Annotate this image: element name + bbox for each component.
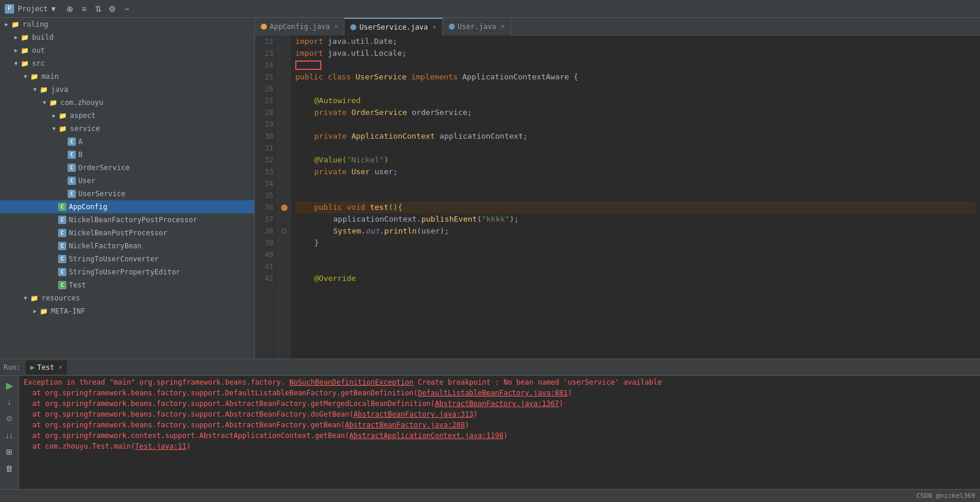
- kw-public-36: public: [314, 202, 347, 213]
- sidebar-item-aspect[interactable]: ▶ 📁 aspect: [0, 109, 254, 122]
- code-line-34: [295, 178, 975, 190]
- sidebar-item-OrderService[interactable]: C OrderService: [0, 161, 254, 174]
- cls-User: User: [352, 166, 375, 178]
- sidebar-item-NickelBeanFactoryPostProcessor[interactable]: C NickelBeanFactoryPostProcessor: [0, 213, 254, 226]
- sidebar-item-StringToUserConverter[interactable]: C StringToUserConverter: [0, 252, 254, 266]
- test-tab-close[interactable]: ×: [59, 363, 63, 371]
- code-line-24: [295, 59, 975, 71]
- folder-icon-service: 📁: [58, 124, 68, 133]
- label-java: java: [51, 85, 68, 94]
- add-btn[interactable]: ⊕: [64, 3, 76, 15]
- link-4[interactable]: AbstractBeanFactory.java:313: [353, 410, 473, 418]
- run-icon: ▶: [30, 363, 35, 372]
- code-line-31: [295, 142, 975, 154]
- arrow-OrderService: [59, 164, 68, 172]
- at-text-2: at org.springframework.beans.factory.sup…: [24, 389, 418, 397]
- sidebar-item-StringToUserPropertyEditor[interactable]: C StringToUserPropertyEditor: [0, 266, 254, 279]
- label-resources: resources: [42, 294, 80, 302]
- code-editor[interactable]: 22 23 24 25 26 27 28 29 30 31 32 33 34 3…: [255, 36, 980, 359]
- clear-btn[interactable]: 🗑: [2, 461, 17, 475]
- csdn-label: CSDN @nickel369: [917, 492, 975, 500]
- link-6[interactable]: AbstractApplicationContext.java:1198: [349, 431, 503, 440]
- test-parens: (){: [388, 202, 402, 213]
- at-close-6: ): [503, 431, 507, 440]
- kw-class-25: class: [328, 71, 356, 83]
- label-com-zhouyu: com.zhouyu: [60, 98, 103, 107]
- line-num-39: 39: [260, 237, 273, 249]
- bottom-tab-test[interactable]: ▶ Test ×: [25, 360, 67, 375]
- folder-icon-com-zhouyu: 📁: [49, 98, 58, 107]
- code-line-36: public void test(){: [295, 202, 975, 213]
- filter-btn[interactable]: ⊞: [2, 445, 17, 459]
- stop-btn[interactable]: ⚙: [2, 411, 17, 426]
- close-btn[interactable]: −: [121, 3, 133, 15]
- bottom-panel: Run: ▶ Test × ▶ ↓ ⚙ ↓↓ ⊞ 🗑 Exception in …: [0, 359, 980, 489]
- sidebar-item-build[interactable]: ▶ 📁 build: [0, 31, 254, 44]
- arrow-AppConfig: [50, 203, 58, 211]
- tab-close-AppConfig[interactable]: ×: [334, 23, 338, 30]
- sidebar-item-src[interactable]: ▼ 📁 src: [0, 57, 254, 70]
- at-text-4: at org.springframework.beans.factory.sup…: [24, 410, 353, 418]
- sidebar-item-NickelFactoryBean[interactable]: C NickelFactoryBean: [0, 239, 254, 252]
- sidebar-item-META-INF[interactable]: ▶ 📁 META-INF: [0, 305, 254, 318]
- sidebar-item-AppConfig[interactable]: C AppConfig: [0, 200, 254, 213]
- folder-icon-META-INF: 📁: [39, 306, 49, 316]
- link-3[interactable]: AbstractBeanFactory.java:1367: [435, 399, 560, 408]
- editor-area: AppConfig.java × UserService.java × User…: [255, 18, 980, 359]
- kw-private-33: private: [314, 166, 352, 178]
- project-label: Project: [18, 5, 48, 13]
- code-line-32: @Value("Nickel"): [295, 154, 975, 166]
- gutter-38: ⬡: [279, 225, 290, 237]
- link-7[interactable]: Test.java:11: [135, 442, 187, 450]
- static-out: out: [366, 225, 379, 237]
- sidebar-item-B[interactable]: C B: [0, 148, 254, 161]
- tab-UserService[interactable]: UserService.java ×: [344, 18, 443, 36]
- settings-btn[interactable]: ⚙: [107, 3, 119, 15]
- line-num-29: 29: [260, 119, 273, 130]
- sidebar-item-Test[interactable]: C Test: [0, 279, 254, 292]
- tab-close-UserService[interactable]: ×: [433, 24, 436, 30]
- code-line-33: private User user;: [295, 166, 975, 178]
- label-NickelBPP: NickelBeanPostProcessor: [69, 229, 167, 237]
- sidebar-item-User[interactable]: C User: [0, 174, 254, 187]
- label-service: service: [70, 124, 100, 133]
- sidebar-item-UserService[interactable]: C UserService: [0, 187, 254, 200]
- label-B: B: [78, 151, 82, 159]
- sidebar-item-main[interactable]: ▼ 📁 main: [0, 70, 254, 83]
- rerun-down-btn[interactable]: ↓: [2, 395, 17, 409]
- folder-icon-out: 📁: [20, 46, 30, 55]
- console-line-6: at org.springframework.context.support.A…: [24, 430, 975, 441]
- run-btn[interactable]: ▶: [2, 378, 17, 392]
- sidebar-item-NickelBeanPostProcessor[interactable]: C NickelBeanPostProcessor: [0, 226, 254, 239]
- sidebar-item-java[interactable]: ▼ 📁 java: [0, 83, 254, 96]
- gutter-39: [279, 237, 290, 249]
- console-line-3: at org.springframework.beans.factory.sup…: [24, 398, 975, 409]
- tab-close-User[interactable]: ×: [501, 23, 505, 30]
- link-5[interactable]: AbstractBeanFactory.java:208: [345, 421, 465, 429]
- main-area: ▶ 📁 ruling ▶ 📁 build ▶ 📁 out ▼ 📁 src ▼ 📁…: [0, 18, 980, 359]
- sidebar-item-resources[interactable]: ▼ 📁 resources: [0, 292, 254, 305]
- sidebar-item-com-zhouyu[interactable]: ▼ 📁 com.zhouyu: [0, 96, 254, 109]
- kw-void-36: void: [347, 202, 370, 213]
- console-line-7: at com.zhouyu.Test.main(Test.java:11): [24, 441, 975, 452]
- sort-btn[interactable]: ⇅: [92, 3, 104, 15]
- sidebar-item-ruling[interactable]: ▶ 📁 ruling: [0, 18, 254, 31]
- dot-println: .: [379, 225, 384, 237]
- import-23: java.util.Locale;: [328, 47, 407, 59]
- exception-link-1[interactable]: NoSuchBeanDefinitionException: [289, 378, 414, 386]
- console-output: Exception in thread "main" org.springfra…: [19, 376, 980, 489]
- line-num-38: 38: [260, 225, 273, 237]
- scroll-btn[interactable]: ↓↓: [2, 428, 17, 442]
- dot-out: .: [361, 225, 366, 237]
- tab-User[interactable]: User.java ×: [443, 18, 511, 36]
- sidebar-item-service[interactable]: ▼ 📁 service: [0, 122, 254, 135]
- arrow-STUPE: [50, 268, 58, 276]
- dropdown-icon[interactable]: ▼: [52, 5, 56, 13]
- link-2[interactable]: DefaultListableBeanFactory.java:881: [418, 389, 568, 397]
- tab-AppConfig[interactable]: AppConfig.java ×: [255, 18, 344, 36]
- collapse-btn[interactable]: ≡: [78, 3, 90, 15]
- status-bar: CSDN @nickel369: [0, 489, 980, 502]
- sidebar-item-out[interactable]: ▶ 📁 out: [0, 44, 254, 57]
- code-line-27: @Autowired: [295, 95, 975, 107]
- sidebar-item-A[interactable]: C A: [0, 135, 254, 148]
